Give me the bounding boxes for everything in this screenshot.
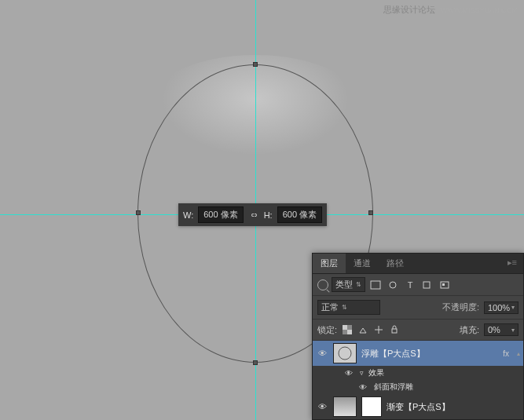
opacity-label: 不透明度: [442,301,479,313]
filter-adjust-icon[interactable] [386,279,400,291]
fill-label: 填充: [460,324,479,336]
link-icon[interactable] [248,210,259,221]
anchor-point[interactable] [368,210,373,215]
panel-tabs: 图层 通道 路径 ▸≡ [313,254,523,274]
height-label: H: [264,210,273,220]
layer-name[interactable]: 渐变【P大点S】 [387,401,520,413]
watermark-url: WWW.MISSYUAN.COM [441,6,518,14]
filter-pixel-icon[interactable] [368,279,383,291]
tab-channels[interactable]: 通道 [346,254,379,273]
collapse-icon[interactable]: ▴ [517,350,520,357]
layer-list: 👁 浮雕【P大点S】 fx ▴ 👁 ▿ 效果 👁 斜面和浮雕 👁 渐变【P大点S… [313,341,523,419]
width-field[interactable]: 600 像素 [198,206,243,223]
effects-row[interactable]: 👁 ▿ 效果 [313,366,523,380]
effect-item[interactable]: 👁 斜面和浮雕 [313,380,523,394]
height-field[interactable]: 600 像素 [277,206,322,223]
lock-transparent-icon[interactable] [342,324,353,335]
filter-shape-icon[interactable] [420,279,434,291]
layers-panel: 图层 通道 路径 ▸≡ 类型⇅ T 正常⇅ 不透明度: 100%▾ 锁定: 填充… [312,253,524,420]
lock-position-icon[interactable] [373,324,384,335]
svg-point-1 [390,282,396,288]
tab-paths[interactable]: 路径 [379,254,412,273]
blend-row: 正常⇅ 不透明度: 100%▾ [313,296,523,320]
layer-row[interactable]: 👁 浮雕【P大点S】 fx ▴ [313,341,523,366]
layer-mask-thumb[interactable] [361,396,382,417]
blend-mode-select[interactable]: 正常⇅ [317,300,380,315]
fill-field[interactable]: 0%▾ [484,323,519,336]
filter-row: 类型⇅ T [313,274,523,296]
svg-rect-0 [371,281,380,289]
visibility-icon[interactable]: 👁 [343,369,355,378]
layer-row[interactable]: 👁 渐变【P大点S】 [313,394,523,419]
layer-name[interactable]: 浮雕【P大点S】 [361,348,498,360]
opacity-field[interactable]: 100%▾ [484,301,519,314]
filter-select[interactable]: 类型⇅ [332,277,365,292]
tab-layers[interactable]: 图层 [313,254,346,273]
effect-name: 斜面和浮雕 [374,382,413,393]
watermark-text: 思缘设计论坛 [383,5,435,14]
svg-rect-8 [392,329,397,333]
visibility-icon[interactable]: 👁 [316,349,328,358]
lock-label: 锁定: [317,324,337,336]
panel-menu-icon[interactable]: ▸≡ [501,254,523,273]
svg-rect-4 [442,283,445,286]
svg-rect-6 [343,325,347,330]
filter-smart-icon[interactable] [438,279,452,291]
layer-thumb[interactable] [333,396,357,417]
anchor-point[interactable] [253,62,258,67]
anchor-point[interactable] [253,360,258,365]
lock-all-icon[interactable] [389,324,400,335]
visibility-icon[interactable]: 👁 [357,383,369,392]
fx-badge[interactable]: fx [503,349,509,358]
effects-label: 效果 [368,367,384,378]
search-icon[interactable] [317,279,328,290]
layer-thumb[interactable] [333,343,357,363]
visibility-icon[interactable]: 👁 [316,402,328,411]
lock-row: 锁定: 填充: 0%▾ [313,320,523,341]
dimension-tooltip: W: 600 像素 H: 600 像素 [178,203,327,226]
svg-point-9 [339,347,351,360]
width-label: W: [183,210,193,220]
watermark: 思缘设计论坛 WWW.MISSYUAN.COM [383,4,518,16]
lock-pixels-icon[interactable] [357,324,368,335]
svg-rect-7 [347,330,352,334]
filter-type-icon[interactable]: T [403,279,417,291]
svg-rect-2 [423,282,430,288]
chevron-down-icon: ▿ [360,369,364,377]
anchor-point[interactable] [136,210,141,215]
